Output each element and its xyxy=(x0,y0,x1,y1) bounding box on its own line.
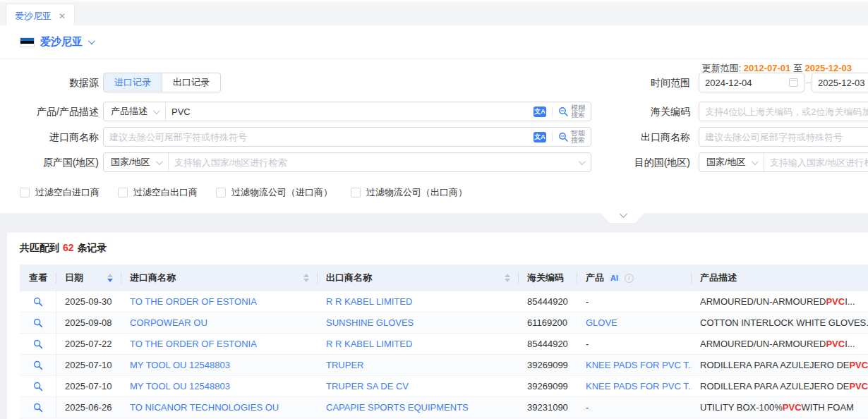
exporter-cell: R R KABEL LIMITED xyxy=(318,334,519,354)
hs-code-field[interactable] xyxy=(699,102,868,121)
view-record-button[interactable] xyxy=(33,403,43,413)
date-cell: 2025-07-22 xyxy=(56,334,121,354)
tab-estonia[interactable]: 爱沙尼亚 ✕ xyxy=(6,4,75,28)
sort-control-exporter[interactable] xyxy=(505,274,510,282)
export-records-tab[interactable]: 出口记录 xyxy=(162,73,221,92)
view-record-button[interactable] xyxy=(33,360,43,370)
magnifier-icon xyxy=(33,339,43,349)
estonia-flag-icon xyxy=(20,37,35,47)
exporter-link[interactable]: TRUPER xyxy=(326,360,363,370)
product-cell: GLOVE xyxy=(577,312,692,333)
chevron-down-icon xyxy=(156,158,163,165)
exporter-cell: CAPAPIE SPORTS EQUIPMENTS xyxy=(318,397,519,418)
fuzzy-search-button[interactable]: 模糊搜索 xyxy=(558,104,591,119)
sort-asc-icon[interactable] xyxy=(107,274,113,277)
chevron-down-icon[interactable] xyxy=(88,37,95,44)
description-cell: UTILITY BOX-100% PVC WITH FOAM xyxy=(692,397,868,418)
exporter-link[interactable]: CAPAPIE SPORTS EQUIPMENTS xyxy=(326,402,469,413)
product-link[interactable]: KNEE PADS FOR PVC T... xyxy=(586,360,692,370)
destination-label: 目的国(地区) xyxy=(617,152,690,172)
translate-icon[interactable]: 文A xyxy=(534,132,546,142)
exporter-link[interactable]: TRUPER SA DE CV xyxy=(326,381,409,391)
exporter-link[interactable]: R R KABEL LIMITED xyxy=(326,339,412,349)
checkbox-icon[interactable] xyxy=(216,188,226,198)
importer-link[interactable]: MY TOOL OU 12548803 xyxy=(130,381,230,391)
sort-desc-icon[interactable] xyxy=(303,279,309,282)
description-text: COTTON INTERLOCK WHITE GLOVES... xyxy=(700,317,868,328)
result-count-number: 62 xyxy=(59,242,78,253)
checkbox-filter-logistics-importer[interactable]: 过滤物流公司（进口商） xyxy=(216,186,332,199)
sort-control-importer[interactable] xyxy=(303,274,309,282)
destination-input[interactable] xyxy=(764,153,868,171)
product-link[interactable]: KNEE PADS FOR PVC T... xyxy=(586,381,692,391)
date-start-field[interactable] xyxy=(699,73,804,92)
date-end-input[interactable] xyxy=(812,73,868,92)
checkbox-icon[interactable] xyxy=(20,188,30,198)
view-cell xyxy=(20,291,56,312)
hs-code-cell: 85444920 xyxy=(519,291,577,312)
product-cell: KNEE PADS FOR PVC T... xyxy=(577,355,692,375)
view-record-button[interactable] xyxy=(33,382,43,391)
checkbox-icon[interactable] xyxy=(118,188,128,198)
column-header-hscode: 海关编码 xyxy=(519,265,577,291)
exporter-field[interactable] xyxy=(699,127,868,147)
destination-country-select[interactable]: 国家/地区 xyxy=(699,153,764,171)
close-icon[interactable]: ✕ xyxy=(59,11,66,21)
column-label: 产品描述 xyxy=(700,272,737,284)
hs-code-input[interactable] xyxy=(699,102,868,121)
importer-link[interactable]: CORPOWEAR OU xyxy=(130,317,207,328)
importer-cell: MY TOOL OU 12548803 xyxy=(121,376,318,396)
product-type-select[interactable]: 产品描述 xyxy=(104,102,166,121)
description-cell: ARMOURED/UN-ARMOURED PVC I... xyxy=(692,334,868,354)
view-record-button[interactable] xyxy=(33,297,43,307)
hs-code-cell: 39269099 xyxy=(519,376,577,396)
checkbox-filter-blank-importer[interactable]: 过滤空白进口商 xyxy=(20,186,100,199)
view-record-button[interactable] xyxy=(33,339,43,349)
exporter-link[interactable]: R R KABEL LIMITED xyxy=(326,296,412,307)
view-record-button[interactable] xyxy=(33,318,43,328)
smart-search-button[interactable]: 智能搜索 xyxy=(558,130,591,144)
importer-input[interactable] xyxy=(104,128,534,146)
keyword-highlight: PVC xyxy=(826,339,845,349)
table-row: 2025-07-10MY TOOL OU 12548803TRUPER39269… xyxy=(20,355,868,376)
country-name[interactable]: 爱沙尼亚 xyxy=(40,35,83,49)
description-cell: COTTON INTERLOCK WHITE GLOVES... xyxy=(692,312,868,333)
exporter-cell: SUNSHINE GLOVES xyxy=(318,312,519,333)
date-start-input[interactable] xyxy=(699,73,789,92)
import-records-tab[interactable]: 进口记录 xyxy=(103,73,162,92)
importer-link[interactable]: TO THE ORDER OF ESTONIA xyxy=(130,296,257,307)
importer-cell: TO THE ORDER OF ESTONIA xyxy=(121,334,318,354)
sort-asc-icon[interactable] xyxy=(303,274,309,277)
table-header: 查看 日期 进口商名称 出口商名称 海关编码 产品 AI i 产品描述 xyxy=(20,265,868,291)
checkbox-filter-blank-exporter[interactable]: 过滤空白出口商 xyxy=(118,186,198,199)
importer-cell: CORPOWEAR OU xyxy=(121,312,318,333)
sort-control-date[interactable] xyxy=(107,274,113,282)
chevron-down-icon xyxy=(153,107,160,114)
checkbox-filter-logistics-exporter[interactable]: 过滤物流公司（出口商） xyxy=(351,186,467,199)
smart-search-text2: 搜索 xyxy=(571,137,585,144)
info-icon[interactable]: i xyxy=(625,274,634,283)
origin-country-select[interactable]: 国家/地区 xyxy=(104,153,169,171)
origin-input[interactable] xyxy=(169,153,579,171)
importer-link[interactable]: TO NICANOR TECHNOLOGIES OU xyxy=(130,402,279,413)
checkbox-icon[interactable] xyxy=(351,188,361,198)
importer-link[interactable]: MY TOOL OU 12548803 xyxy=(130,360,230,370)
checkbox-label: 过滤物流公司（出口商） xyxy=(366,186,467,199)
importer-label: 进口商名称 xyxy=(0,127,99,147)
collapse-panel-handle[interactable] xyxy=(601,213,644,223)
sort-desc-icon[interactable] xyxy=(107,279,113,282)
exporter-input[interactable] xyxy=(699,128,868,146)
exporter-link[interactable]: SUNSHINE GLOVES xyxy=(326,317,414,328)
table-row: 2025-09-30TO THE ORDER OF ESTONIAR R KAB… xyxy=(20,291,868,312)
product-input[interactable] xyxy=(166,102,534,121)
translate-icon[interactable]: 文A xyxy=(534,107,546,117)
importer-link[interactable]: TO THE ORDER OF ESTONIA xyxy=(130,339,257,349)
sort-asc-icon[interactable] xyxy=(505,274,510,277)
importer-field: 文A 智能搜索 xyxy=(103,127,591,147)
date-end-field[interactable] xyxy=(812,73,868,92)
product-link[interactable]: GLOVE xyxy=(586,317,617,328)
column-label: 出口商名称 xyxy=(326,272,372,284)
column-header-product: 产品 AI i xyxy=(577,265,692,291)
sort-desc-icon[interactable] xyxy=(505,279,510,282)
search-icon xyxy=(558,132,569,142)
